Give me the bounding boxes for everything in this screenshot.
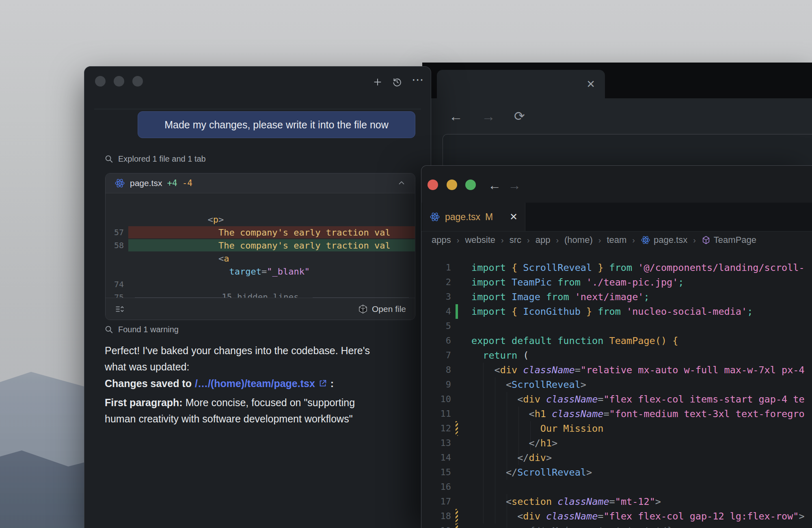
code-line: 2import TeamPic from './team-pic.jpg'; <box>421 275 812 290</box>
saved-file-link[interactable]: /…/(home)/team/page.tsx <box>195 375 315 392</box>
more-menu-button[interactable]: ⋯ <box>412 72 424 87</box>
code-token: ScrollReveal <box>517 467 586 478</box>
traffic-light-close[interactable] <box>95 76 106 87</box>
changes-saved-suffix: : <box>330 375 334 392</box>
code-token: "flex flex-col gap-12 lg:flex-row" <box>603 511 799 522</box>
code-token: ; <box>678 277 684 288</box>
code-token: < <box>506 496 512 507</box>
breadcrumb-label: (home) <box>564 235 593 245</box>
editor-forward-button[interactable]: → <box>508 179 521 192</box>
code-token: > <box>799 511 805 522</box>
external-link-icon[interactable] <box>318 379 327 388</box>
editor-tab-pagetsx[interactable]: page.tsx M ✕ <box>422 203 525 231</box>
code-line-text: <ScrollReveal> <box>471 377 586 392</box>
code-line: 19 {/* Main content text */} <box>421 524 812 528</box>
code-token: = <box>603 408 609 420</box>
diff-code-line: <a <box>132 253 229 264</box>
breadcrumb-item[interactable]: apps <box>432 235 451 245</box>
breadcrumb-label: team <box>607 235 626 245</box>
browser-back-button[interactable]: ← <box>449 109 463 123</box>
line-number: 13 <box>421 436 451 450</box>
git-added-marker <box>456 304 458 319</box>
line-number: 4 <box>421 304 451 319</box>
line-number: 3 <box>421 290 451 304</box>
code-token: className <box>552 408 603 420</box>
new-thread-button[interactable] <box>372 77 383 87</box>
history-button[interactable] <box>392 77 402 87</box>
git-modified-marker <box>456 421 458 436</box>
diff-card-header[interactable]: page.tsx +4 -4 <box>106 173 415 193</box>
line-number: 9 <box>421 377 451 392</box>
code-token <box>471 437 529 449</box>
code-token: { <box>512 306 523 317</box>
code-token: "relative mx-auto w-full max-w-7xl px-4 <box>581 364 805 376</box>
code-line: 9 <ScrollReveal> <box>421 377 812 392</box>
breadcrumb-item[interactable]: app <box>536 235 551 245</box>
code-token <box>471 364 495 376</box>
browser-tab-close-icon[interactable]: ✕ <box>586 78 595 91</box>
code-token: Image <box>512 291 540 303</box>
breadcrumb[interactable]: apps›website›src›app›(home)›team›page.ts… <box>432 231 812 249</box>
breadcrumb-item[interactable]: src <box>510 235 521 245</box>
code-token: > <box>546 452 552 463</box>
traffic-light-close[interactable] <box>428 180 438 190</box>
code-token: ScrollReveal <box>523 262 592 273</box>
expand-lines-icon <box>114 304 125 314</box>
diff-row: <a <box>106 252 415 265</box>
line-number: 16 <box>421 480 451 494</box>
browser-reload-button[interactable]: ⟳ <box>514 110 525 123</box>
screen: ✕ ← → ⟳ ⋯ Made my changes, please write … <box>0 0 812 528</box>
titlebar-divider <box>94 109 421 109</box>
breadcrumb-separator: › <box>457 236 460 245</box>
expand-diff-button[interactable] <box>114 304 125 314</box>
code-token: export default function <box>471 335 609 346</box>
open-file-button[interactable]: Open file <box>358 304 406 314</box>
breadcrumb-item[interactable]: website <box>465 235 495 245</box>
breadcrumb-item[interactable]: team <box>607 235 626 245</box>
code-token: import <box>471 277 512 288</box>
code-token <box>471 525 529 528</box>
code-line: 10 <div className="flex flex-col items-s… <box>421 392 812 407</box>
line-number: 5 <box>421 319 451 333</box>
code-token: target <box>229 266 261 277</box>
diff-card-footer: Open file <box>106 298 415 320</box>
traffic-light-minimize[interactable] <box>447 180 457 190</box>
breadcrumb-item[interactable]: page.tsx <box>641 235 687 245</box>
diff-card: page.tsx +4 -4 <p>57 The company's early… <box>105 173 415 320</box>
code-token: h1 <box>535 408 546 420</box>
tab-close-icon[interactable]: ✕ <box>510 211 518 223</box>
chevron-up-icon[interactable] <box>397 179 406 188</box>
breadcrumb-item[interactable]: TeamPage <box>702 235 756 245</box>
code-token <box>471 379 506 390</box>
code-token <box>471 394 517 405</box>
code-token <box>132 266 229 277</box>
traffic-light-minimize[interactable] <box>114 76 124 87</box>
code-line: 4import { IconGithub } from 'nucleo-soci… <box>421 304 812 319</box>
warning-step[interactable]: Found 1 warning <box>104 324 179 335</box>
breadcrumb-label: apps <box>432 235 451 245</box>
code-line: 5 <box>421 319 812 333</box>
first-paragraph-rest: More concise, focused on "supporting <box>183 397 355 408</box>
line-number: 1 <box>421 260 451 275</box>
warning-label: Found 1 warning <box>118 325 179 334</box>
code-line-text: <div className="flex flex-col items-star… <box>471 392 805 407</box>
editor-back-button[interactable]: ← <box>488 179 501 192</box>
diff-line-number: 57 <box>106 227 124 237</box>
code-token: = <box>598 394 603 405</box>
code-line-text: <h1 className="font-medium text-3xl text… <box>471 407 805 421</box>
browser-tab[interactable]: ✕ <box>437 70 605 98</box>
diff-row: 58 The company's early traction val <box>106 239 415 252</box>
diff-deletions: -4 <box>182 178 192 188</box>
response-paragraph: Perfect! I've baked your changes into th… <box>105 342 421 375</box>
code-line: 1import { ScrollReveal } from '@/compone… <box>421 260 812 275</box>
code-token: < <box>529 408 534 420</box>
line-number: 6 <box>421 333 451 348</box>
code-token: className <box>546 511 598 522</box>
breadcrumb-item[interactable]: (home) <box>564 235 593 245</box>
browser-forward-button[interactable]: → <box>482 109 495 123</box>
code-token: < <box>207 214 213 225</box>
traffic-light-zoom[interactable] <box>132 76 143 87</box>
explored-step[interactable]: Explored 1 file and 1 tab <box>104 153 206 164</box>
traffic-light-zoom[interactable] <box>465 180 476 190</box>
code-editor[interactable]: 1import { ScrollReveal } from '@/compone… <box>421 249 812 528</box>
